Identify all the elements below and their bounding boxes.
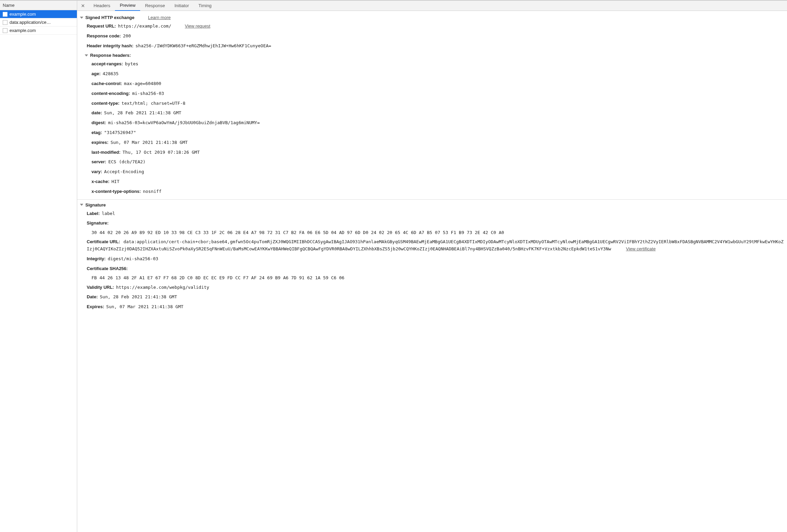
file-icon bbox=[3, 28, 7, 33]
header-value: nosniff bbox=[143, 188, 162, 195]
tab-response[interactable]: Response bbox=[140, 1, 170, 11]
value: https://example.com/webpkg/validity bbox=[116, 284, 209, 291]
section-title: Signature bbox=[85, 202, 106, 207]
header-name: last-modified: bbox=[91, 149, 120, 156]
file-icon bbox=[3, 12, 7, 17]
header-value: Thu, 17 Oct 2019 07:18:26 GMT bbox=[122, 149, 200, 156]
request-row[interactable]: example.com bbox=[0, 27, 77, 35]
response-header-row: date:Sun, 28 Feb 2021 21:41:38 GMT bbox=[77, 108, 787, 118]
value: 200 bbox=[123, 33, 131, 40]
row-sig-label: Label: label bbox=[77, 209, 787, 219]
row-header-integrity-hash: Header integrity hash: sha256-/IWdYDKW66… bbox=[77, 41, 787, 51]
response-header-row: accept-ranges:bytes bbox=[77, 59, 787, 69]
view-certificate-link[interactable]: View certificate bbox=[626, 246, 655, 251]
value: sha256-/IWdYDKW663F+eRGZMdhwjEhIJW+Hw6hK… bbox=[135, 43, 271, 50]
header-value: bytes bbox=[125, 61, 138, 68]
request-row[interactable]: example.com bbox=[0, 10, 77, 18]
header-value: text/html; charset=UTF-8 bbox=[121, 100, 185, 107]
tab-preview[interactable]: Preview bbox=[115, 1, 140, 11]
tab-headers[interactable]: Headers bbox=[89, 1, 115, 11]
label: Label: bbox=[87, 210, 100, 217]
response-header-row: x-cache:HIT bbox=[77, 177, 787, 187]
signature-hex: 30 44 02 20 26 A9 89 92 ED 10 33 98 CE C… bbox=[77, 228, 787, 237]
label: Request URL: bbox=[87, 23, 116, 30]
header-value: mi-sha256-03=kcwVP6aOwYmA/j9JbUU0GbuiZdn… bbox=[108, 119, 260, 127]
sidebar: Name example.comdata:application/ce…exam… bbox=[0, 1, 77, 532]
header-name: content-encoding: bbox=[91, 90, 130, 97]
header-name: accept-ranges: bbox=[91, 61, 123, 68]
section-signature: Signature Label: label Signature: 30 44 … bbox=[77, 200, 787, 315]
header-value: mi-sha256-03 bbox=[132, 90, 164, 97]
header-value: max-age=604800 bbox=[124, 80, 162, 87]
disclosure-triangle-icon bbox=[85, 54, 88, 56]
response-header-row: content-encoding:mi-sha256-03 bbox=[77, 89, 787, 99]
response-header-row: content-type:text/html; charset=UTF-8 bbox=[77, 99, 787, 109]
header-name: date: bbox=[91, 110, 102, 117]
request-row[interactable]: data:application/ce… bbox=[0, 18, 77, 27]
request-label: example.com bbox=[10, 28, 36, 33]
header-name: content-type: bbox=[91, 100, 119, 107]
request-list: example.comdata:application/ce…example.c… bbox=[0, 10, 77, 532]
header-value: "3147526947" bbox=[104, 129, 136, 136]
response-header-row: vary:Accept-Encoding bbox=[77, 167, 787, 177]
response-headers-list: accept-ranges:bytesage:428635cache-contr… bbox=[77, 59, 787, 196]
label: Expires: bbox=[87, 303, 104, 311]
response-header-row: x-content-type-options:nosniff bbox=[77, 187, 787, 197]
close-icon[interactable]: ✕ bbox=[79, 2, 87, 10]
row-cert-sha-label: Certificate SHA256: bbox=[77, 264, 787, 274]
request-label: example.com bbox=[10, 12, 36, 17]
header-value: Sun, 28 Feb 2021 21:41:38 GMT bbox=[104, 110, 181, 117]
header-value: ECS (dcb/7EA2) bbox=[108, 159, 146, 166]
response-header-row: last-modified:Thu, 17 Oct 2019 07:18:26 … bbox=[77, 148, 787, 157]
row-cert-url: Certificate URL: data:application/cert-c… bbox=[77, 237, 787, 254]
tab-initiator[interactable]: Initiator bbox=[170, 1, 194, 11]
value: https://example.com/ bbox=[118, 23, 171, 30]
header-value: 428635 bbox=[103, 70, 119, 78]
label: Header integrity hash: bbox=[87, 43, 133, 50]
row-integrity: Integrity: digest/mi-sha256-03 bbox=[77, 254, 787, 264]
label: Response code: bbox=[87, 33, 121, 40]
value: Sun, 07 Mar 2021 21:41:38 GMT bbox=[106, 303, 183, 311]
header-name: x-cache: bbox=[91, 178, 110, 185]
response-header-row: digest:mi-sha256-03=kcwVP6aOwYmA/j9JbUU0… bbox=[77, 118, 787, 128]
content[interactable]: Signed HTTP exchange Learn more Request … bbox=[77, 11, 787, 532]
value: Sun, 28 Feb 2021 21:41:38 GMT bbox=[100, 294, 177, 301]
tabs-container: HeadersPreviewResponseInitiatorTiming bbox=[89, 1, 216, 11]
header-name: digest: bbox=[91, 119, 106, 127]
main-panel: ✕ HeadersPreviewResponseInitiatorTiming … bbox=[77, 1, 787, 532]
view-request-link[interactable]: View request bbox=[185, 23, 211, 30]
header-name: vary: bbox=[91, 168, 102, 176]
file-icon bbox=[3, 20, 7, 25]
row-sig-signature-label: Signature: bbox=[77, 218, 787, 228]
section-title: Signed HTTP exchange bbox=[85, 15, 134, 20]
response-header-row: server:ECS (dcb/7EA2) bbox=[77, 157, 787, 167]
devtools-root: Name example.comdata:application/ce…exam… bbox=[0, 0, 787, 532]
response-header-row: age:428635 bbox=[77, 69, 787, 79]
response-headers-label: Response headers: bbox=[90, 53, 131, 58]
section-header-exchange[interactable]: Signed HTTP exchange Learn more bbox=[77, 14, 787, 21]
label: Date: bbox=[87, 294, 98, 301]
request-label: data:application/ce… bbox=[10, 20, 51, 25]
section-exchange: Signed HTTP exchange Learn more Request … bbox=[77, 12, 787, 200]
header-name: etag: bbox=[91, 129, 102, 136]
header-value: Sun, 07 Mar 2021 21:41:38 GMT bbox=[111, 139, 188, 146]
learn-more-link[interactable]: Learn more bbox=[148, 15, 170, 20]
value: label bbox=[102, 210, 115, 217]
header-name: expires: bbox=[91, 139, 108, 146]
disclosure-triangle-icon bbox=[80, 17, 83, 19]
header-name: age: bbox=[91, 70, 101, 78]
disclosure-triangle-icon bbox=[80, 204, 83, 206]
label: Certificate SHA256: bbox=[87, 265, 128, 272]
section-header-signature[interactable]: Signature bbox=[77, 201, 787, 209]
tabbar: ✕ HeadersPreviewResponseInitiatorTiming bbox=[77, 1, 787, 11]
header-name: server: bbox=[91, 159, 106, 166]
sidebar-header: Name bbox=[0, 1, 77, 10]
tab-timing[interactable]: Timing bbox=[194, 1, 217, 11]
row-date: Date: Sun, 28 Feb 2021 21:41:38 GMT bbox=[77, 292, 787, 302]
value: digest/mi-sha256-03 bbox=[108, 255, 158, 263]
row-expires: Expires: Sun, 07 Mar 2021 21:41:38 GMT bbox=[77, 302, 787, 312]
value: data:application/cert-chain+cbor;base64,… bbox=[87, 239, 784, 251]
label: Validity URL: bbox=[87, 284, 114, 291]
row-response-code: Response code: 200 bbox=[77, 31, 787, 41]
response-headers-header[interactable]: Response headers: bbox=[77, 51, 787, 59]
